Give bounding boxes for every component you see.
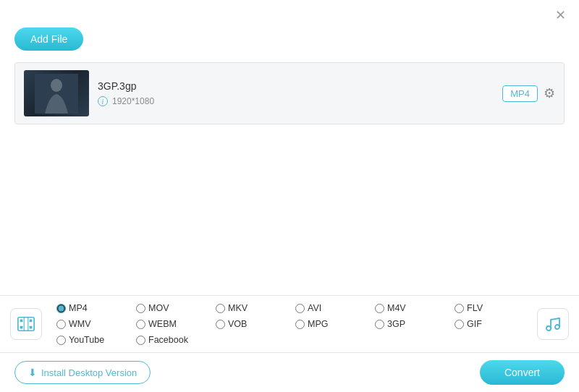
action-bar: ⬇ Install Desktop Version Convert (0, 353, 579, 392)
svg-rect-6 (30, 326, 33, 329)
format-badge[interactable]: MP4 (502, 85, 538, 102)
svg-rect-4 (30, 320, 33, 323)
info-icon: i (98, 96, 108, 106)
radio-mov[interactable]: MOV (133, 302, 213, 315)
radio-m4v[interactable]: M4V (372, 302, 452, 315)
title-bar: ✕ (0, 0, 579, 27)
radio-vob[interactable]: VOB (213, 318, 292, 331)
radio-mkv[interactable]: MKV (213, 302, 292, 315)
add-file-button[interactable]: Add File (14, 27, 83, 51)
file-list-item: 3GP.3gp i 1920*1080 MP4 ⚙ (14, 62, 565, 124)
radio-gif[interactable]: GIF (452, 318, 531, 331)
download-icon: ⬇ (28, 367, 37, 378)
svg-rect-5 (20, 326, 23, 329)
svg-rect-3 (20, 320, 23, 323)
file-thumbnail (24, 70, 89, 116)
film-icon (10, 308, 42, 340)
radio-3gp[interactable]: 3GP (372, 318, 452, 331)
radio-mp4[interactable]: MP4 (54, 302, 133, 315)
settings-icon[interactable]: ⚙ (544, 85, 555, 101)
music-icon[interactable] (537, 308, 569, 340)
radio-flv[interactable]: FLV (452, 302, 531, 315)
file-meta: i 1920*1080 (98, 96, 494, 106)
svg-point-9 (546, 326, 551, 331)
convert-button[interactable]: Convert (480, 360, 565, 385)
radio-wmv[interactable]: WMV (54, 318, 133, 331)
install-desktop-button[interactable]: ⬇ Install Desktop Version (14, 361, 151, 384)
content-area (0, 124, 579, 284)
file-info: 3GP.3gp i 1920*1080 (98, 80, 494, 106)
file-name: 3GP.3gp (98, 80, 494, 92)
radio-mpg[interactable]: MPG (292, 318, 372, 331)
bottom-panel: MP4 MOV MKV AVI M4V FLV (0, 295, 579, 392)
radio-options: MP4 MOV MKV AVI M4V FLV (54, 302, 531, 346)
svg-point-1 (51, 79, 62, 92)
radio-avi[interactable]: AVI (292, 302, 372, 315)
file-actions: MP4 ⚙ (502, 85, 555, 102)
radio-youtube[interactable]: YouTube (54, 333, 133, 346)
format-selector: MP4 MOV MKV AVI M4V FLV (0, 296, 579, 353)
radio-webm[interactable]: WEBM (133, 318, 213, 331)
radio-facebook[interactable]: Facebook (133, 333, 213, 346)
install-label: Install Desktop Version (41, 367, 137, 378)
close-button[interactable]: ✕ (552, 7, 569, 23)
file-resolution: 1920*1080 (112, 96, 154, 106)
